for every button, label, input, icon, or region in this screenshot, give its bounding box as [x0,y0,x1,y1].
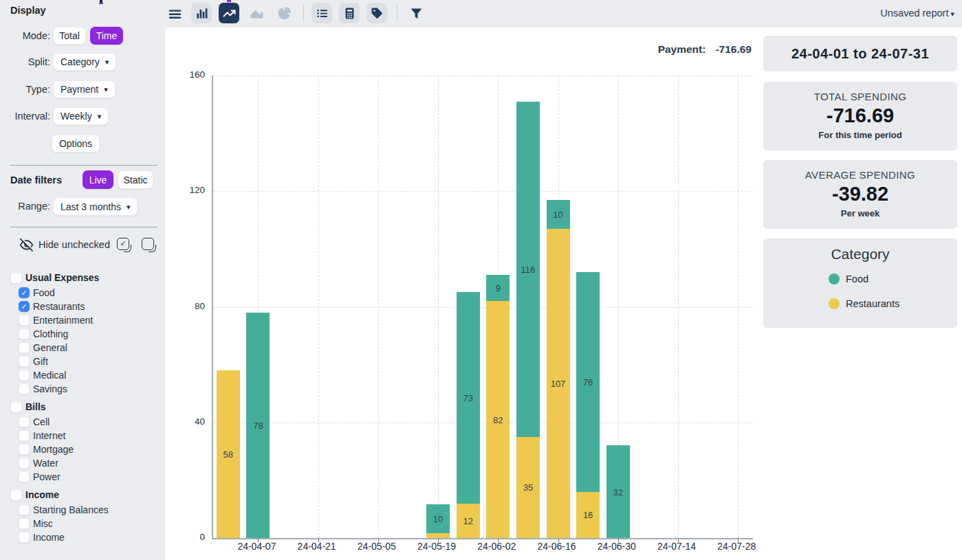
mode-total-button[interactable]: Total [53,27,86,45]
x-axis-tick [498,538,499,542]
category-item-row[interactable]: General [0,341,165,355]
category-group-row[interactable]: Income [0,486,165,503]
bar-value-label: 35 [516,482,540,493]
split-select[interactable]: Category [53,53,116,71]
pie-chart-icon[interactable] [274,3,294,23]
range-select[interactable]: Last 3 months [53,197,138,216]
bar-segment: 12 [457,504,480,538]
tag-icon[interactable] [367,3,387,23]
x-axis-tick [318,538,319,542]
legend-items: FoodRestaurants [763,267,957,316]
bar-chart-icon[interactable] [191,3,212,23]
bar-segment: 58 [217,370,240,538]
checkbox[interactable] [19,416,30,427]
category-group-row[interactable]: Usual Expenses [0,269,165,286]
category-item-row[interactable]: Cell [0,415,165,429]
category-item-row[interactable]: Savings [0,382,165,396]
category-label: Misc [33,518,53,529]
category-label: Clothing [33,328,68,339]
checkbox[interactable]: ✓ [19,301,30,312]
toolbar-divider [303,5,304,22]
legend-item: Food [763,267,957,291]
date-filter-live-button[interactable]: Live [83,170,113,189]
checkbox[interactable]: ✓ [19,287,30,298]
gridline-vertical [438,76,439,538]
checkbox[interactable] [10,489,22,501]
category-label: Food [33,287,55,298]
x-axis-label: 24-04-21 [286,541,348,552]
checkbox[interactable] [19,370,30,381]
eye-off-icon[interactable] [20,238,33,251]
category-label: Restaurants [33,301,85,312]
bar-segment: 16 [576,492,600,538]
bar-value-label: 107 [547,378,570,388]
category-item-row[interactable]: Income [0,530,165,544]
x-axis-label: 24-06-16 [526,541,588,552]
date-filter-static-button[interactable]: Static [118,170,153,189]
average-spending-subtitle: Per week [763,208,957,219]
checkbox[interactable] [19,504,30,515]
range-label: Range: [0,201,50,212]
category-label: Bills [25,401,46,412]
category-item-row[interactable]: ✓Restaurants [0,300,165,313]
category-item-row[interactable]: Entertainment [0,313,165,327]
area-chart-icon[interactable] [246,3,267,23]
checkbox[interactable] [19,458,30,469]
category-item-row[interactable]: Clothing [0,327,165,341]
category-item-row[interactable]: Gift [0,355,165,368]
bar-segment: 78 [246,313,270,538]
bar-segment: 76 [576,272,600,492]
average-spending-card: AVERAGE SPENDING -39.82 Per week [763,160,957,229]
uncheck-all-icon[interactable] [142,238,154,250]
average-spending-title: AVERAGE SPENDING [763,169,957,181]
gridline-horizontal [213,307,753,308]
checkbox[interactable] [19,315,30,326]
report-menu[interactable]: Unsaved report [880,8,954,19]
checkbox[interactable] [19,356,30,367]
category-item-row[interactable]: Mortgage [0,443,165,456]
type-select[interactable]: Payment [53,80,116,98]
checkbox[interactable] [19,328,30,339]
y-axis-label: 120 [171,185,205,195]
options-button[interactable]: Options [52,135,100,153]
category-item-row[interactable]: Power [0,470,165,484]
category-item-row[interactable]: Starting Balances [0,503,165,517]
x-axis-tick [558,538,559,542]
checkbox[interactable] [19,471,30,482]
date-range-card: 24-04-01 to 24-07-31 [763,36,957,71]
menu-icon[interactable] [167,6,182,21]
line-chart-icon[interactable] [219,3,239,23]
bar-segment [426,533,450,538]
sidebar: Display Mode: Total Time Split: Category… [0,0,165,560]
mode-time-button[interactable]: Time [90,27,123,45]
category-item-row[interactable]: Internet [0,429,165,443]
category-item-row[interactable]: Medical [0,368,165,382]
total-spending-card: TOTAL SPENDING -716.69 For this time per… [763,82,957,150]
bar-segment: 35 [516,437,540,538]
filter-icon[interactable] [406,3,426,23]
checkbox[interactable] [10,272,22,284]
list-icon[interactable] [311,3,332,23]
calculator-icon[interactable] [339,3,360,23]
category-label: Starting Balances [33,504,109,515]
category-group-row[interactable]: Bills [0,399,165,415]
checkbox[interactable] [19,518,30,529]
bar-segment: 107 [547,229,570,538]
legend-item: Restaurants [763,291,957,316]
x-axis-label: 24-06-30 [586,541,648,552]
x-axis-label: 24-06-02 [466,541,527,552]
bar-value-label: 58 [217,449,240,460]
checkbox[interactable] [10,401,22,413]
type-label: Type: [0,84,50,95]
range-select-value: Last 3 months [61,201,121,212]
category-item-row[interactable]: Misc [0,517,165,530]
checkbox[interactable] [19,444,30,455]
checkbox[interactable] [19,383,30,394]
category-item-row[interactable]: ✓Food [0,286,165,300]
check-all-icon[interactable]: ✓ [117,238,129,250]
interval-select[interactable]: Weekly [53,107,109,125]
category-item-row[interactable]: Water [0,456,165,470]
checkbox[interactable] [19,342,30,353]
checkbox[interactable] [19,532,30,543]
checkbox[interactable] [19,430,30,441]
